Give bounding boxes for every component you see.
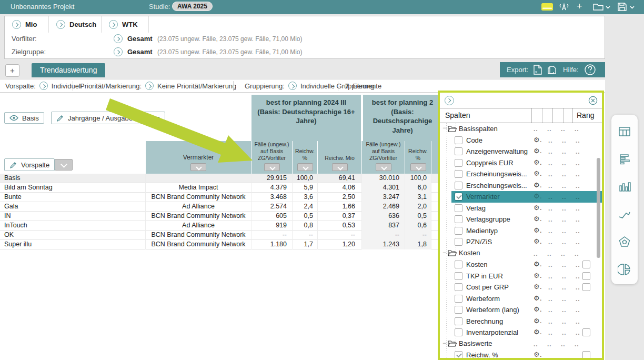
column-sort-chevron[interactable] [376, 163, 391, 171]
checkbox[interactable] [455, 306, 462, 314]
gear-icon[interactable] [534, 192, 542, 200]
vorspalte-chevron-button[interactable] [55, 159, 73, 171]
rang-checkbox[interactable] [582, 328, 590, 336]
column-sort-chevron[interactable] [297, 163, 313, 171]
table-row[interactable]: Basis 29.915 100,0 69,41 30.010 100,0 [0, 174, 442, 183]
checkbox[interactable] [455, 204, 462, 212]
rang-checkbox[interactable] [582, 283, 590, 291]
tab-trendauswertung[interactable]: Trendauswertung [32, 63, 105, 77]
circle-chevron-icon[interactable] [114, 47, 123, 56]
deutsch-button[interactable]: Deutsch [49, 16, 102, 33]
rang-checkbox[interactable] [582, 261, 590, 268]
gear-icon[interactable] [534, 181, 542, 189]
open-folder-icon[interactable] [592, 2, 610, 13]
gear-icon[interactable] [534, 169, 542, 177]
wtk-button[interactable]: WTK [102, 16, 149, 33]
tree-folder[interactable]: − Kosten [440, 248, 602, 259]
table-row[interactable]: Gala Ad Alliance 2.574 2,4 1,66 2.469 2,… [0, 202, 442, 212]
tree-item[interactable]: Anzeigenverwaltung [440, 146, 602, 157]
checkbox[interactable] [455, 159, 462, 167]
bar-vertical-icon[interactable] [618, 179, 631, 193]
gear-icon[interactable] [534, 305, 542, 313]
add-tab-button[interactable]: + [5, 64, 19, 77]
checkbox[interactable] [455, 227, 462, 235]
rang-checkbox[interactable] [582, 351, 590, 358]
checkbox[interactable] [455, 215, 462, 223]
antenna-icon[interactable] [558, 2, 570, 13]
tree-item[interactable]: Kosten [440, 259, 602, 271]
tree-item[interactable]: TKP in EUR [440, 271, 602, 282]
table-row[interactable]: Super illu BCN Brand Community Network 1… [0, 240, 442, 249]
checkbox[interactable] [455, 317, 462, 325]
tree-item[interactable]: Copypreis EUR [440, 157, 602, 169]
mio-button[interactable]: Mio [5, 16, 49, 33]
rang-checkbox[interactable] [582, 272, 590, 280]
column-sort-chevron[interactable] [332, 163, 348, 171]
tree-item[interactable]: Cost per GRP [440, 282, 602, 293]
vorspalte-button[interactable]: Vorspalte [4, 158, 55, 171]
checkbox[interactable] [455, 295, 462, 303]
tree-item[interactable]: Erscheinungsweis... [440, 180, 602, 192]
checkbox[interactable] [455, 182, 462, 189]
tree-item-partial[interactable]: Reichw. % [440, 349, 602, 358]
gear-icon[interactable] [534, 215, 542, 223]
gear-icon[interactable] [534, 204, 542, 212]
table-row[interactable]: Bunte BCN Brand Community Network 3.468 … [0, 193, 442, 202]
column-sort-chevron[interactable] [190, 163, 206, 171]
gear-icon[interactable] [534, 158, 542, 166]
table-row[interactable]: OK BCN Brand Community Network -- -- -- … [0, 231, 442, 240]
column-sort-chevron[interactable] [264, 163, 280, 171]
help-icon[interactable] [584, 64, 596, 77]
gear-icon[interactable] [534, 272, 542, 279]
tree-item[interactable]: Verlagsgruppe [440, 214, 602, 225]
collapse-icon[interactable]: − [442, 124, 446, 132]
collapse-icon[interactable]: − [442, 339, 446, 347]
tree-item[interactable]: Verlag [440, 203, 602, 214]
gear-icon[interactable] [534, 226, 542, 234]
tree-item[interactable]: Werbeform [440, 293, 602, 305]
circle-chevron-icon[interactable] [445, 96, 454, 105]
checkbox[interactable] [455, 272, 462, 280]
gear-icon[interactable] [534, 260, 542, 268]
tree-folder[interactable]: − Basisspalten [440, 123, 602, 135]
table-row[interactable]: InTouch Ad Alliance 919 0,8 0,53 837 0,6 [0, 221, 442, 231]
bar-horizontal-icon[interactable] [618, 152, 631, 166]
table-view-icon[interactable] [618, 125, 631, 138]
basis-button[interactable]: Basis [4, 112, 44, 124]
checkbox[interactable] [455, 283, 462, 291]
gear-icon[interactable] [534, 351, 542, 358]
checkbox-checked[interactable] [455, 193, 462, 201]
gear-icon[interactable] [534, 283, 542, 291]
checkbox[interactable] [455, 261, 462, 268]
gear-icon[interactable] [534, 237, 542, 245]
tree-item[interactable]: Medientyp [440, 225, 602, 237]
gear-icon[interactable] [534, 328, 542, 336]
gear-icon[interactable] [534, 317, 542, 325]
panel-scrollbar[interactable] [597, 158, 600, 258]
checkbox-checked[interactable] [455, 351, 462, 358]
table-row[interactable]: Bild am Sonntag Media Impact 4.379 5,9 4… [0, 183, 442, 193]
tree-item[interactable]: PZN/ZiS [440, 236, 602, 248]
checkbox[interactable] [455, 238, 462, 246]
tree-folder[interactable]: − Basiswerte [440, 338, 602, 350]
gear-icon[interactable] [534, 294, 542, 302]
jahrgaenge-button[interactable]: Jahrgänge / Ausgaben wählen [51, 112, 165, 124]
radar-chart-icon[interactable] [618, 235, 631, 249]
close-icon[interactable] [588, 96, 598, 105]
circle-chevron-icon[interactable] [114, 34, 123, 43]
collapse-icon[interactable]: − [442, 249, 446, 256]
panel-yellow-icon[interactable] [541, 2, 554, 13]
gear-icon[interactable] [534, 147, 542, 155]
tree-item[interactable]: Werbeform (lang) [440, 304, 602, 316]
tree-item-selected[interactable]: Vermarkter [440, 191, 602, 203]
prioritaet-setting[interactable]: Priorität/Markierung: Keine Priorität/Ma… [80, 79, 236, 92]
export-excel-icon[interactable]: x [532, 64, 543, 77]
checkbox[interactable] [455, 136, 462, 144]
line-chart-icon[interactable] [618, 208, 631, 222]
save-icon[interactable] [617, 2, 635, 13]
column-sort-chevron[interactable] [410, 163, 426, 171]
tree-item[interactable]: Berechnung [440, 316, 602, 327]
checkbox[interactable] [455, 147, 462, 155]
table-row[interactable]: IN BCN Brand Community Network 605 0,5 0… [0, 212, 442, 221]
add-icon[interactable]: + [577, 1, 582, 12]
